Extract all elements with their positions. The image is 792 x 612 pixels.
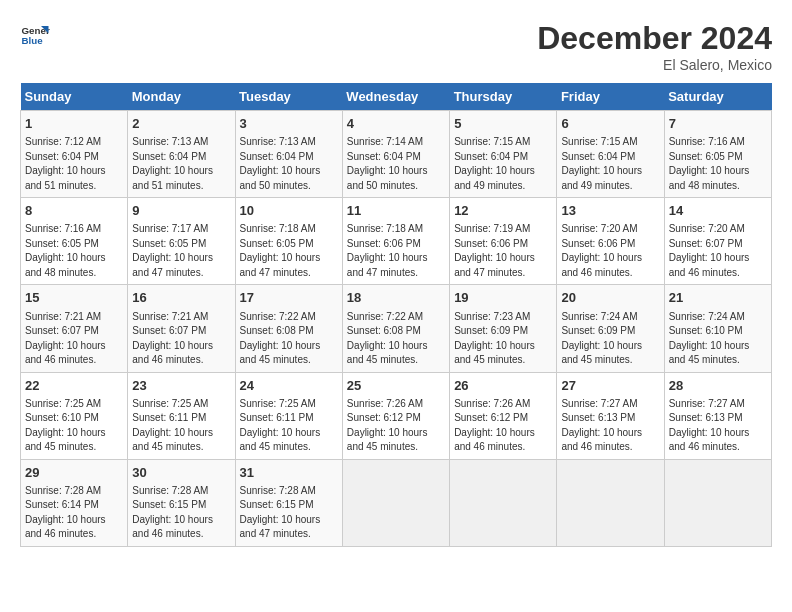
day-number: 25 — [347, 377, 445, 395]
day-cell: 31Sunrise: 7:28 AM Sunset: 6:15 PM Dayli… — [235, 459, 342, 546]
day-number: 8 — [25, 202, 123, 220]
day-info: Sunrise: 7:26 AM Sunset: 6:12 PM Dayligh… — [454, 397, 552, 455]
day-cell: 11Sunrise: 7:18 AM Sunset: 6:06 PM Dayli… — [342, 198, 449, 285]
day-info: Sunrise: 7:28 AM Sunset: 6:15 PM Dayligh… — [240, 484, 338, 542]
day-cell: 2Sunrise: 7:13 AM Sunset: 6:04 PM Daylig… — [128, 111, 235, 198]
week-row-2: 8Sunrise: 7:16 AM Sunset: 6:05 PM Daylig… — [21, 198, 772, 285]
week-row-5: 29Sunrise: 7:28 AM Sunset: 6:14 PM Dayli… — [21, 459, 772, 546]
day-cell: 14Sunrise: 7:20 AM Sunset: 6:07 PM Dayli… — [664, 198, 771, 285]
day-cell: 1Sunrise: 7:12 AM Sunset: 6:04 PM Daylig… — [21, 111, 128, 198]
day-info: Sunrise: 7:15 AM Sunset: 6:04 PM Dayligh… — [561, 135, 659, 193]
day-number: 17 — [240, 289, 338, 307]
day-cell: 19Sunrise: 7:23 AM Sunset: 6:09 PM Dayli… — [450, 285, 557, 372]
day-info: Sunrise: 7:28 AM Sunset: 6:15 PM Dayligh… — [132, 484, 230, 542]
day-cell: 28Sunrise: 7:27 AM Sunset: 6:13 PM Dayli… — [664, 372, 771, 459]
title-block: December 2024 El Salero, Mexico — [537, 20, 772, 73]
day-cell: 18Sunrise: 7:22 AM Sunset: 6:08 PM Dayli… — [342, 285, 449, 372]
header-day-monday: Monday — [128, 83, 235, 111]
month-title: December 2024 — [537, 20, 772, 57]
header-day-saturday: Saturday — [664, 83, 771, 111]
day-cell — [664, 459, 771, 546]
header-day-tuesday: Tuesday — [235, 83, 342, 111]
day-number: 5 — [454, 115, 552, 133]
week-row-3: 15Sunrise: 7:21 AM Sunset: 6:07 PM Dayli… — [21, 285, 772, 372]
day-info: Sunrise: 7:15 AM Sunset: 6:04 PM Dayligh… — [454, 135, 552, 193]
day-cell: 6Sunrise: 7:15 AM Sunset: 6:04 PM Daylig… — [557, 111, 664, 198]
day-info: Sunrise: 7:17 AM Sunset: 6:05 PM Dayligh… — [132, 222, 230, 280]
day-cell: 17Sunrise: 7:22 AM Sunset: 6:08 PM Dayli… — [235, 285, 342, 372]
day-cell: 25Sunrise: 7:26 AM Sunset: 6:12 PM Dayli… — [342, 372, 449, 459]
day-number: 20 — [561, 289, 659, 307]
day-info: Sunrise: 7:13 AM Sunset: 6:04 PM Dayligh… — [132, 135, 230, 193]
day-number: 23 — [132, 377, 230, 395]
logo-icon: General Blue — [20, 20, 50, 50]
day-cell: 10Sunrise: 7:18 AM Sunset: 6:05 PM Dayli… — [235, 198, 342, 285]
day-cell: 13Sunrise: 7:20 AM Sunset: 6:06 PM Dayli… — [557, 198, 664, 285]
day-info: Sunrise: 7:13 AM Sunset: 6:04 PM Dayligh… — [240, 135, 338, 193]
day-cell: 24Sunrise: 7:25 AM Sunset: 6:11 PM Dayli… — [235, 372, 342, 459]
day-cell: 16Sunrise: 7:21 AM Sunset: 6:07 PM Dayli… — [128, 285, 235, 372]
day-cell: 3Sunrise: 7:13 AM Sunset: 6:04 PM Daylig… — [235, 111, 342, 198]
day-cell: 7Sunrise: 7:16 AM Sunset: 6:05 PM Daylig… — [664, 111, 771, 198]
day-number: 15 — [25, 289, 123, 307]
day-info: Sunrise: 7:28 AM Sunset: 6:14 PM Dayligh… — [25, 484, 123, 542]
day-number: 6 — [561, 115, 659, 133]
header-row: SundayMondayTuesdayWednesdayThursdayFrid… — [21, 83, 772, 111]
day-info: Sunrise: 7:16 AM Sunset: 6:05 PM Dayligh… — [669, 135, 767, 193]
day-number: 22 — [25, 377, 123, 395]
day-info: Sunrise: 7:24 AM Sunset: 6:10 PM Dayligh… — [669, 310, 767, 368]
day-cell: 9Sunrise: 7:17 AM Sunset: 6:05 PM Daylig… — [128, 198, 235, 285]
day-number: 18 — [347, 289, 445, 307]
day-number: 9 — [132, 202, 230, 220]
day-info: Sunrise: 7:25 AM Sunset: 6:11 PM Dayligh… — [132, 397, 230, 455]
day-info: Sunrise: 7:21 AM Sunset: 6:07 PM Dayligh… — [132, 310, 230, 368]
day-info: Sunrise: 7:18 AM Sunset: 6:06 PM Dayligh… — [347, 222, 445, 280]
day-number: 11 — [347, 202, 445, 220]
day-info: Sunrise: 7:22 AM Sunset: 6:08 PM Dayligh… — [240, 310, 338, 368]
day-number: 2 — [132, 115, 230, 133]
day-info: Sunrise: 7:18 AM Sunset: 6:05 PM Dayligh… — [240, 222, 338, 280]
day-number: 7 — [669, 115, 767, 133]
day-number: 30 — [132, 464, 230, 482]
day-cell: 26Sunrise: 7:26 AM Sunset: 6:12 PM Dayli… — [450, 372, 557, 459]
header-day-wednesday: Wednesday — [342, 83, 449, 111]
calendar-header: SundayMondayTuesdayWednesdayThursdayFrid… — [21, 83, 772, 111]
day-number: 27 — [561, 377, 659, 395]
day-number: 24 — [240, 377, 338, 395]
day-info: Sunrise: 7:25 AM Sunset: 6:10 PM Dayligh… — [25, 397, 123, 455]
day-cell: 22Sunrise: 7:25 AM Sunset: 6:10 PM Dayli… — [21, 372, 128, 459]
day-number: 31 — [240, 464, 338, 482]
page-header: General Blue December 2024 El Salero, Me… — [20, 20, 772, 73]
day-info: Sunrise: 7:19 AM Sunset: 6:06 PM Dayligh… — [454, 222, 552, 280]
day-info: Sunrise: 7:21 AM Sunset: 6:07 PM Dayligh… — [25, 310, 123, 368]
day-number: 10 — [240, 202, 338, 220]
day-cell: 8Sunrise: 7:16 AM Sunset: 6:05 PM Daylig… — [21, 198, 128, 285]
day-info: Sunrise: 7:26 AM Sunset: 6:12 PM Dayligh… — [347, 397, 445, 455]
header-day-sunday: Sunday — [21, 83, 128, 111]
calendar-table: SundayMondayTuesdayWednesdayThursdayFrid… — [20, 83, 772, 547]
day-info: Sunrise: 7:27 AM Sunset: 6:13 PM Dayligh… — [669, 397, 767, 455]
day-info: Sunrise: 7:20 AM Sunset: 6:07 PM Dayligh… — [669, 222, 767, 280]
day-cell — [342, 459, 449, 546]
day-info: Sunrise: 7:22 AM Sunset: 6:08 PM Dayligh… — [347, 310, 445, 368]
day-info: Sunrise: 7:24 AM Sunset: 6:09 PM Dayligh… — [561, 310, 659, 368]
day-number: 29 — [25, 464, 123, 482]
day-number: 3 — [240, 115, 338, 133]
day-info: Sunrise: 7:23 AM Sunset: 6:09 PM Dayligh… — [454, 310, 552, 368]
day-cell: 21Sunrise: 7:24 AM Sunset: 6:10 PM Dayli… — [664, 285, 771, 372]
day-number: 19 — [454, 289, 552, 307]
day-info: Sunrise: 7:27 AM Sunset: 6:13 PM Dayligh… — [561, 397, 659, 455]
day-cell: 15Sunrise: 7:21 AM Sunset: 6:07 PM Dayli… — [21, 285, 128, 372]
day-cell: 5Sunrise: 7:15 AM Sunset: 6:04 PM Daylig… — [450, 111, 557, 198]
day-number: 1 — [25, 115, 123, 133]
day-cell: 27Sunrise: 7:27 AM Sunset: 6:13 PM Dayli… — [557, 372, 664, 459]
week-row-1: 1Sunrise: 7:12 AM Sunset: 6:04 PM Daylig… — [21, 111, 772, 198]
header-day-thursday: Thursday — [450, 83, 557, 111]
day-cell: 29Sunrise: 7:28 AM Sunset: 6:14 PM Dayli… — [21, 459, 128, 546]
header-day-friday: Friday — [557, 83, 664, 111]
day-cell: 12Sunrise: 7:19 AM Sunset: 6:06 PM Dayli… — [450, 198, 557, 285]
day-number: 26 — [454, 377, 552, 395]
day-info: Sunrise: 7:12 AM Sunset: 6:04 PM Dayligh… — [25, 135, 123, 193]
day-cell: 30Sunrise: 7:28 AM Sunset: 6:15 PM Dayli… — [128, 459, 235, 546]
day-number: 21 — [669, 289, 767, 307]
